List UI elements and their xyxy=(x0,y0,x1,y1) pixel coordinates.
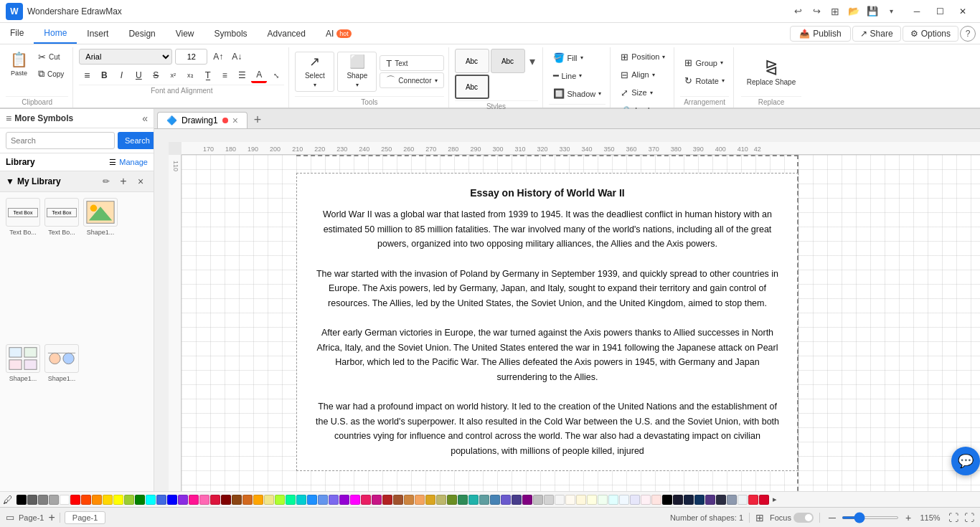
color-swatch[interactable] xyxy=(103,495,113,505)
search-button[interactable]: Search xyxy=(118,132,154,149)
superscript-btn[interactable]: x² xyxy=(165,67,181,83)
search-input[interactable] xyxy=(6,132,115,149)
chatbot-button[interactable]: 💬 xyxy=(951,447,980,475)
color-swatch[interactable] xyxy=(199,495,209,505)
win-close[interactable]: ✕ xyxy=(951,4,974,19)
style-box-1[interactable]: Abc xyxy=(455,49,489,73)
quick-access-undo[interactable]: ↩ xyxy=(789,3,806,20)
subscript-btn[interactable]: x₂ xyxy=(182,67,198,83)
color-swatch[interactable] xyxy=(81,495,91,505)
color-swatch[interactable] xyxy=(264,495,274,505)
current-page-label[interactable]: Page-1 xyxy=(19,513,44,522)
line-dropdown[interactable]: ━ Line ▾ xyxy=(549,68,606,84)
color-swatch[interactable] xyxy=(458,495,468,505)
color-swatch[interactable] xyxy=(307,495,317,505)
quick-access-save[interactable]: 💾 xyxy=(864,3,881,20)
italic-btn[interactable]: I xyxy=(113,67,129,83)
color-swatch[interactable] xyxy=(641,495,651,505)
tab-file[interactable]: File xyxy=(0,23,34,44)
add-tab-btn[interactable]: + xyxy=(249,112,266,129)
shadow-dropdown[interactable]: 🔲 Shadow ▾ xyxy=(549,86,606,102)
color-swatch[interactable] xyxy=(490,495,500,505)
align-dropdown[interactable]: ⊟ Align ▾ xyxy=(616,67,669,82)
color-swatch[interactable] xyxy=(684,495,694,505)
align-btn[interactable]: ≡ xyxy=(79,67,95,83)
color-swatch[interactable] xyxy=(318,495,328,505)
color-swatch[interactable] xyxy=(512,495,522,505)
options-button[interactable]: ⚙ Options xyxy=(903,26,958,42)
color-swatch[interactable] xyxy=(759,495,769,505)
tab-ai[interactable]: AI hot xyxy=(316,23,362,44)
color-swatch[interactable] xyxy=(339,495,349,505)
bold-btn[interactable]: B xyxy=(96,67,112,83)
manage-link[interactable]: Manage xyxy=(119,158,148,166)
thumb-item-5[interactable]: Shape1... xyxy=(44,344,79,486)
clear-format-btn[interactable]: T̲ xyxy=(199,67,215,83)
color-swatch[interactable] xyxy=(716,495,726,505)
font-family-select[interactable]: Arial xyxy=(79,49,172,65)
tab-view[interactable]: View xyxy=(166,23,204,44)
color-swatch[interactable] xyxy=(210,495,220,505)
color-swatch[interactable] xyxy=(608,495,618,505)
thumb-item-3[interactable]: Shape1... xyxy=(83,198,118,340)
tab-home[interactable]: Home xyxy=(34,23,77,44)
color-swatch[interactable] xyxy=(350,495,360,505)
zoom-in-btn[interactable]: + xyxy=(902,511,915,524)
my-library-add-btn[interactable]: + xyxy=(116,174,131,189)
style-more-btn[interactable]: ▾ xyxy=(527,49,538,73)
font-size-input[interactable] xyxy=(175,49,207,65)
shape-dropdown[interactable]: ⬜ Shape ▾ xyxy=(337,52,377,92)
color-swatch[interactable] xyxy=(619,495,629,505)
tab-design[interactable]: Design xyxy=(118,23,165,44)
font-color-btn[interactable]: A xyxy=(251,67,267,83)
close-tab-btn[interactable]: × xyxy=(232,115,238,126)
expand-font-btn[interactable]: ⤡ xyxy=(268,67,284,83)
color-swatch[interactable] xyxy=(329,495,339,505)
underline-btn[interactable]: U xyxy=(131,67,146,83)
copy-button[interactable]: ⧉Copy xyxy=(34,66,68,82)
color-swatch[interactable] xyxy=(92,495,102,505)
color-swatch[interactable] xyxy=(146,495,156,505)
cut-button[interactable]: ✂Cut xyxy=(34,49,68,65)
fill-color-tool[interactable]: 🖊 xyxy=(3,494,13,505)
focus-toggle[interactable] xyxy=(793,513,814,523)
color-swatch[interactable] xyxy=(748,495,758,505)
style-box-3[interactable]: Abc xyxy=(455,75,489,99)
color-swatch[interactable] xyxy=(189,495,199,505)
color-swatch[interactable] xyxy=(393,495,403,505)
page-tab[interactable]: Page-1 xyxy=(65,511,105,524)
publish-button[interactable]: 📤 Publish xyxy=(790,26,850,42)
color-swatch[interactable] xyxy=(242,495,253,505)
color-swatch[interactable] xyxy=(178,495,188,505)
color-swatch[interactable] xyxy=(662,495,672,505)
thumb-item-2[interactable]: Text Box Text Bo... xyxy=(44,198,79,340)
color-swatch[interactable] xyxy=(598,495,608,505)
more-colors-btn[interactable]: ▸ xyxy=(770,495,780,504)
strikethrough-btn[interactable]: S xyxy=(148,67,164,83)
position-dropdown[interactable]: ⊞ Position ▾ xyxy=(616,49,669,65)
thumb-item-4[interactable]: Shape1... xyxy=(6,344,40,486)
color-swatch[interactable] xyxy=(447,495,457,505)
color-swatch[interactable] xyxy=(501,495,511,505)
color-swatch[interactable] xyxy=(738,495,748,505)
color-swatch[interactable] xyxy=(436,495,446,505)
color-swatch[interactable] xyxy=(468,495,479,505)
color-swatch[interactable] xyxy=(565,495,575,505)
color-swatch[interactable] xyxy=(479,495,489,505)
color-swatch[interactable] xyxy=(705,495,715,505)
text-btn[interactable]: T Text xyxy=(380,55,443,71)
color-swatch[interactable] xyxy=(372,495,382,505)
quick-access-redo[interactable]: ↪ xyxy=(808,3,825,20)
tab-advanced[interactable]: Advanced xyxy=(258,23,316,44)
color-swatch[interactable] xyxy=(576,495,586,505)
color-swatch[interactable] xyxy=(124,495,134,505)
group-dropdown[interactable]: ⊞ Group ▾ xyxy=(680,55,728,71)
color-swatch[interactable] xyxy=(70,495,80,505)
color-swatch[interactable] xyxy=(630,495,640,505)
help-button[interactable]: ? xyxy=(960,26,976,42)
size-dropdown[interactable]: ⤢ Size ▾ xyxy=(616,85,669,100)
font-shrink-btn[interactable]: A↓ xyxy=(229,49,245,65)
add-page-btn[interactable]: + xyxy=(48,511,55,524)
connector-dropdown[interactable]: ⌒ Connector ▾ xyxy=(380,72,443,88)
essay-textbox[interactable]: Essay on History of World War II World W… xyxy=(296,173,798,471)
